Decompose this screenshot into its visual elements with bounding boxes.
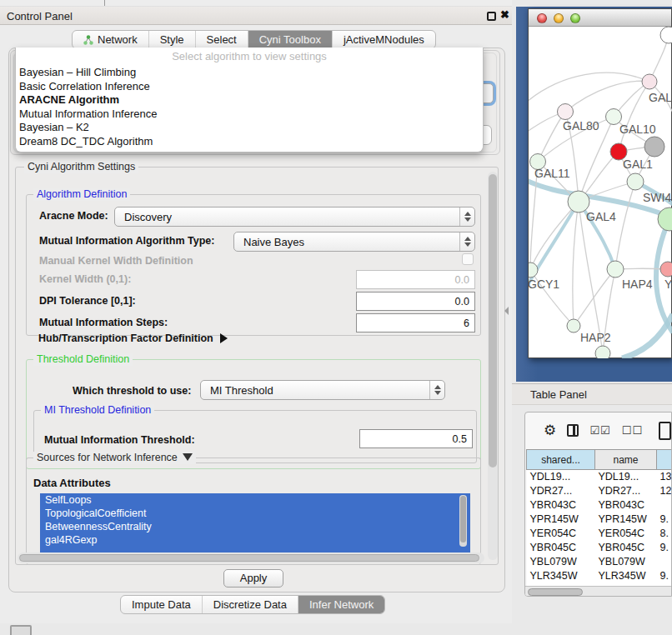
- scrollbar-thumb[interactable]: [19, 554, 479, 562]
- column-header-a[interactable]: A: [657, 450, 672, 470]
- network-edge[interactable]: [615, 182, 635, 269]
- table-row[interactable]: YBR045CYBR045C9.: [527, 541, 672, 555]
- list-scrollbar[interactable]: [459, 495, 467, 547]
- table-cell[interactable]: YBR045C: [595, 541, 657, 555]
- table-row[interactable]: YDR27...YDR27...12: [527, 484, 672, 498]
- table-row[interactable]: YBR043CYBR043C: [527, 498, 672, 512]
- mi-threshold-field[interactable]: 0.5: [359, 429, 473, 448]
- table-cell[interactable]: YLR345W: [527, 569, 595, 583]
- network-edge[interactable]: [538, 112, 565, 162]
- network-node[interactable]: [660, 27, 672, 43]
- network-edge[interactable]: [529, 72, 649, 106]
- tab-network[interactable]: Network: [73, 31, 149, 48]
- table-cell[interactable]: 9.: [657, 512, 672, 527]
- algorithm-option[interactable]: Bayesian – K2: [16, 121, 483, 135]
- table-cell[interactable]: 13: [657, 470, 672, 484]
- algorithm-option[interactable]: Basic Correlation Inference: [16, 80, 483, 94]
- float-window-icon[interactable]: [487, 12, 496, 21]
- table-cell[interactable]: YLR345W: [595, 569, 657, 583]
- algorithm-option[interactable]: Dream8 DC_TDC Algorithm: [16, 135, 483, 149]
- table-cell[interactable]: YER054C: [595, 527, 657, 541]
- table-cell[interactable]: YBL079W: [595, 555, 657, 569]
- network-window-titlebar[interactable]: [529, 9, 671, 27]
- tab-select[interactable]: Select: [196, 31, 248, 48]
- columns-icon[interactable]: [567, 424, 579, 437]
- column-header-shared[interactable]: shared...: [527, 450, 595, 470]
- table-row[interactable]: YBL079WYBL079W: [527, 555, 672, 569]
- tab-impute-data[interactable]: Impute Data: [121, 596, 203, 613]
- network-node[interactable]: [660, 262, 672, 277]
- table-cell[interactable]: YBR045C: [527, 541, 595, 555]
- apply-button[interactable]: Apply: [223, 569, 283, 588]
- table-cell[interactable]: [657, 555, 672, 569]
- gear-icon[interactable]: ⚙: [544, 423, 556, 438]
- table-cell[interactable]: 8.: [657, 527, 672, 541]
- tab-discretize-data[interactable]: Discretize Data: [203, 596, 298, 613]
- table-cell[interactable]: YBR043C: [527, 498, 595, 512]
- table-horizontal-scrollbar[interactable]: [525, 586, 672, 597]
- aracne-mode-combo[interactable]: Discovery: [114, 207, 475, 227]
- tab-infer-network[interactable]: Infer Network: [298, 596, 384, 613]
- algorithm-option[interactable]: ARACNE Algorithm: [16, 93, 483, 108]
- manual-kernel-checkbox[interactable]: [462, 253, 474, 265]
- table-row[interactable]: YLR345WYLR345W9.: [527, 569, 672, 583]
- network-edge[interactable]: [565, 81, 649, 112]
- dpi-tolerance-field[interactable]: 0.0: [356, 292, 475, 311]
- table-cell[interactable]: YBR043C: [595, 498, 657, 512]
- tab-cyni-toolbox[interactable]: Cyni Toolbox: [248, 31, 333, 48]
- hub-definition-toggle[interactable]: Hub/Transcription Factor Definition: [38, 332, 228, 344]
- kernel-width-field[interactable]: 0.0: [356, 270, 475, 289]
- table-cell[interactable]: YPR145W: [595, 512, 657, 527]
- deselect-all-checkboxes-icon[interactable]: ☐☐: [622, 424, 643, 437]
- which-threshold-combo[interactable]: MI Threshold: [200, 380, 445, 400]
- mi-steps-field[interactable]: 6: [356, 313, 475, 332]
- table-cell[interactable]: YER054C: [527, 527, 595, 541]
- table-cell[interactable]: 12: [657, 484, 672, 498]
- tab-jactivemnodules[interactable]: jActiveMNodules: [333, 31, 435, 48]
- table-cell[interactable]: YDR27...: [527, 484, 595, 498]
- scrollbar-thumb[interactable]: [460, 496, 466, 542]
- scrollbar-thumb[interactable]: [489, 174, 497, 468]
- mi-type-combo[interactable]: Naive Bayes: [233, 232, 475, 252]
- network-node[interactable]: [607, 261, 624, 278]
- network-node[interactable]: [595, 346, 610, 358]
- close-window-icon[interactable]: [537, 13, 547, 23]
- column-header-name[interactable]: name: [595, 450, 657, 470]
- table-cell[interactable]: YBL079W: [527, 555, 595, 569]
- document-icon[interactable]: [659, 422, 671, 440]
- attribute-item[interactable]: gal4RGexp: [40, 533, 470, 547]
- attribute-item[interactable]: BetweennessCentrality: [40, 520, 470, 533]
- attribute-item[interactable]: SelfLoops: [40, 493, 470, 507]
- table-row[interactable]: YDL19...YDL19...13: [527, 470, 672, 484]
- attribute-item[interactable]: TopologicalCoefficient: [40, 507, 470, 520]
- tab-style[interactable]: Style: [149, 31, 196, 48]
- table-cell[interactable]: 9.: [657, 541, 672, 555]
- network-edge[interactable]: [573, 202, 579, 326]
- network-view-window[interactable]: GAL7GAL80GAL10GAL1GAL11SWI4GAL4GCY1HAP4Y…: [528, 8, 672, 358]
- network-node[interactable]: [627, 173, 644, 190]
- zoom-window-icon[interactable]: [570, 13, 580, 23]
- table-cell[interactable]: [657, 498, 672, 512]
- table-row[interactable]: YER054CYER054C8.: [527, 527, 672, 541]
- data-attributes-list[interactable]: SelfLoopsTopologicalCoefficientBetweenne…: [40, 493, 470, 555]
- table-cell[interactable]: YDR27...: [595, 484, 657, 498]
- combo-spinner-icon[interactable]: [459, 208, 474, 226]
- algorithm-option[interactable]: Mutual Information Inference: [16, 108, 483, 122]
- combo-spinner-icon[interactable]: [429, 381, 444, 399]
- table-cell[interactable]: YPR145W: [527, 512, 595, 527]
- combo-spinner-icon[interactable]: [459, 232, 474, 251]
- network-node[interactable]: [642, 74, 657, 89]
- network-node[interactable]: [558, 104, 574, 120]
- network-edge[interactable]: [574, 269, 615, 326]
- select-all-checkboxes-icon[interactable]: ☑☑: [589, 424, 610, 437]
- close-icon[interactable]: ✖: [500, 8, 509, 21]
- network-node[interactable]: [567, 319, 580, 332]
- table-cell[interactable]: YDL19...: [595, 470, 657, 484]
- network-node[interactable]: [644, 137, 664, 157]
- scrollbar-thumb[interactable]: [528, 588, 583, 596]
- table-row[interactable]: YPR145WYPR145W9.: [527, 512, 672, 527]
- settings-vertical-scrollbar[interactable]: [488, 172, 498, 560]
- algorithm-option[interactable]: Bayesian – Hill Climbing: [16, 66, 483, 80]
- table-cell[interactable]: YDL19...: [527, 470, 595, 484]
- table-cell[interactable]: 9.: [657, 569, 672, 583]
